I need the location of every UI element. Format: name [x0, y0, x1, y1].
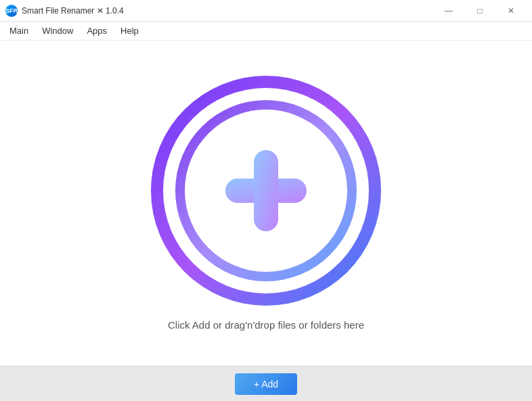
menu-item-help[interactable]: Help [114, 23, 146, 39]
main-content[interactable]: Click Add or drag'n'drop files or folder… [0, 41, 532, 366]
menu-bar: Main Window Apps Help [0, 22, 532, 41]
add-circle-container[interactable] [151, 76, 381, 306]
svg-rect-1 [254, 150, 278, 231]
minimize-button[interactable]: — [433, 0, 464, 22]
bottom-bar: + Add [0, 366, 532, 401]
close-button[interactable]: ✕ [495, 0, 527, 22]
title-bar: SFR Smart File Renamer ✕ 1.0.4 — □ ✕ [0, 0, 532, 22]
menu-item-apps[interactable]: Apps [80, 23, 114, 39]
menu-item-main[interactable]: Main [3, 23, 35, 39]
menu-item-window[interactable]: Window [35, 23, 80, 39]
app-icon: SFR [5, 5, 18, 17]
instruction-text: Click Add or drag'n'drop files or folder… [168, 319, 364, 331]
window-title: Smart File Renamer ✕ 1.0.4 [22, 6, 124, 16]
title-bar-left: SFR Smart File Renamer ✕ 1.0.4 [5, 5, 124, 17]
title-bar-controls: — □ ✕ [433, 0, 527, 22]
plus-icon [219, 143, 313, 238]
maximize-button[interactable]: □ [464, 0, 495, 22]
add-button[interactable]: + Add [235, 373, 297, 395]
